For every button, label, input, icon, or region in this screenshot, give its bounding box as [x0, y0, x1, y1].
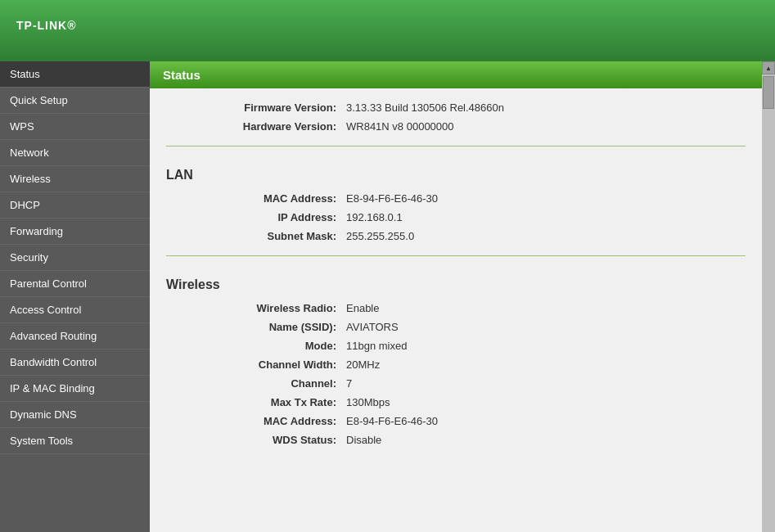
lan-title: LAN: [166, 156, 746, 189]
sidebar-item-status[interactable]: Status: [0, 61, 150, 88]
wireless-channel-width-label: Channel Width:: [166, 358, 346, 371]
wireless-mode-label: Mode:: [166, 340, 346, 352]
logo: TP-LINK®: [16, 16, 77, 46]
firmware-value: 3.13.33 Build 130506 Rel.48660n: [346, 101, 504, 114]
wireless-ssid-value: AVIATORS: [346, 321, 399, 333]
lan-mac-label: MAC Address:: [166, 192, 346, 205]
wireless-max-tx-label: Max Tx Rate:: [166, 396, 346, 408]
wireless-mode-value: 11bgn mixed: [346, 340, 407, 352]
scrollbar[interactable]: ▲: [762, 61, 775, 532]
sidebar-item-ip-mac-binding[interactable]: IP & MAC Binding: [0, 376, 150, 402]
lan-ip-row: IP Address: 192.168.0.1: [166, 208, 746, 227]
wireless-mac-label: MAC Address:: [166, 415, 346, 427]
firmware-row: Firmware Version: 3.13.33 Build 130506 R…: [166, 98, 746, 117]
wireless-wds-value: Disable: [346, 434, 381, 446]
sidebar-item-advanced-routing[interactable]: Advanced Routing: [0, 323, 150, 349]
firmware-label: Firmware Version:: [166, 101, 346, 114]
layout: StatusQuick SetupWPSNetworkWirelessDHCPF…: [0, 61, 775, 532]
hardware-value: WR841N v8 00000000: [346, 120, 454, 133]
wireless-radio-row: Wireless Radio: Enable: [166, 299, 746, 318]
logo-text: TP-LINK: [16, 19, 67, 32]
wireless-ssid-row: Name (SSID): AVIATORS: [166, 318, 746, 336]
hardware-label: Hardware Version:: [166, 120, 346, 133]
sidebar-item-bandwidth-control[interactable]: Bandwidth Control: [0, 349, 150, 376]
wireless-radio-value: Enable: [346, 302, 379, 314]
wireless-max-tx-value: 130Mbps: [346, 396, 390, 408]
wireless-ssid-label: Name (SSID):: [166, 321, 346, 333]
wireless-title: Wireless: [166, 266, 746, 299]
sidebar-item-wireless[interactable]: Wireless: [0, 166, 150, 192]
sidebar-item-security[interactable]: Security: [0, 245, 150, 271]
wireless-channel-row: Channel: 7: [166, 374, 746, 393]
logo-trademark: ®: [67, 19, 76, 32]
wireless-channel-width-row: Channel Width: 20MHz: [166, 355, 746, 374]
content-area: Firmware Version: 3.13.33 Build 130506 R…: [150, 88, 762, 459]
lan-ip-label: IP Address:: [166, 211, 346, 223]
page-title: Status: [150, 61, 762, 88]
sidebar-item-dynamic-dns[interactable]: Dynamic DNS: [0, 402, 150, 428]
lan-mac-row: MAC Address: E8-94-F6-E6-46-30: [166, 189, 746, 208]
sidebar-item-network[interactable]: Network: [0, 140, 150, 166]
scroll-thumb[interactable]: [763, 76, 774, 109]
wireless-channel-value: 7: [346, 377, 352, 390]
wireless-mode-row: Mode: 11bgn mixed: [166, 336, 746, 355]
lan-section: LAN MAC Address: E8-94-F6-E6-46-30 IP Ad…: [166, 147, 746, 256]
sidebar-item-access-control[interactable]: Access Control: [0, 297, 150, 323]
wireless-radio-label: Wireless Radio:: [166, 302, 346, 314]
sidebar: StatusQuick SetupWPSNetworkWirelessDHCPF…: [0, 61, 150, 532]
lan-ip-value: 192.168.0.1: [346, 211, 403, 223]
lan-subnet-row: Subnet Mask: 255.255.255.0: [166, 227, 746, 246]
sidebar-item-parental-control[interactable]: Parental Control: [0, 271, 150, 297]
wireless-channel-width-value: 20MHz: [346, 358, 380, 371]
lan-subnet-label: Subnet Mask:: [166, 230, 346, 242]
lan-mac-value: E8-94-F6-E6-46-30: [346, 192, 438, 205]
wireless-wds-row: WDS Status: Disable: [166, 431, 746, 449]
main-content: Status Firmware Version: 3.13.33 Build 1…: [150, 61, 762, 532]
wireless-mac-value: E8-94-F6-E6-46-30: [346, 415, 438, 427]
hardware-row: Hardware Version: WR841N v8 00000000: [166, 117, 746, 136]
sidebar-item-system-tools[interactable]: System Tools: [0, 428, 150, 454]
header: TP-LINK®: [0, 0, 775, 61]
firmware-section: Firmware Version: 3.13.33 Build 130506 R…: [166, 88, 746, 147]
scroll-up-button[interactable]: ▲: [762, 61, 775, 74]
wireless-section: Wireless Wireless Radio: Enable Name (SS…: [166, 256, 746, 459]
lan-subnet-value: 255.255.255.0: [346, 230, 414, 242]
sidebar-item-quick-setup[interactable]: Quick Setup: [0, 88, 150, 114]
wireless-channel-label: Channel:: [166, 377, 346, 390]
sidebar-item-forwarding[interactable]: Forwarding: [0, 219, 150, 245]
wireless-wds-label: WDS Status:: [166, 434, 346, 446]
wireless-max-tx-row: Max Tx Rate: 130Mbps: [166, 393, 746, 412]
sidebar-item-dhcp[interactable]: DHCP: [0, 192, 150, 219]
wireless-mac-row: MAC Address: E8-94-F6-E6-46-30: [166, 412, 746, 431]
sidebar-item-wps[interactable]: WPS: [0, 114, 150, 140]
